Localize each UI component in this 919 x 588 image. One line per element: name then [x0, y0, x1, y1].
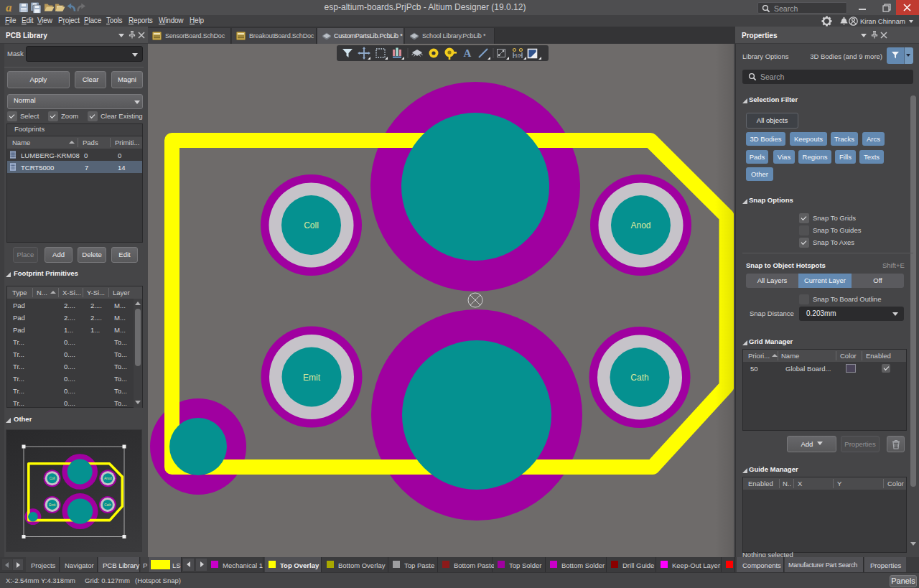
svg-text:Cath: Cath [104, 503, 111, 507]
svg-text:A: A [464, 47, 472, 59]
svg-text:Coll: Coll [50, 477, 55, 480]
svg-text:Emit: Emit [303, 373, 321, 383]
svg-text:Anod: Anod [630, 220, 650, 230]
svg-text:Emit: Emit [49, 503, 56, 507]
svg-text:Coll: Coll [304, 220, 319, 230]
svg-text:Cath: Cath [630, 373, 648, 383]
svg-text:Anod: Anod [104, 477, 112, 480]
svg-text:10: 10 [515, 53, 521, 58]
